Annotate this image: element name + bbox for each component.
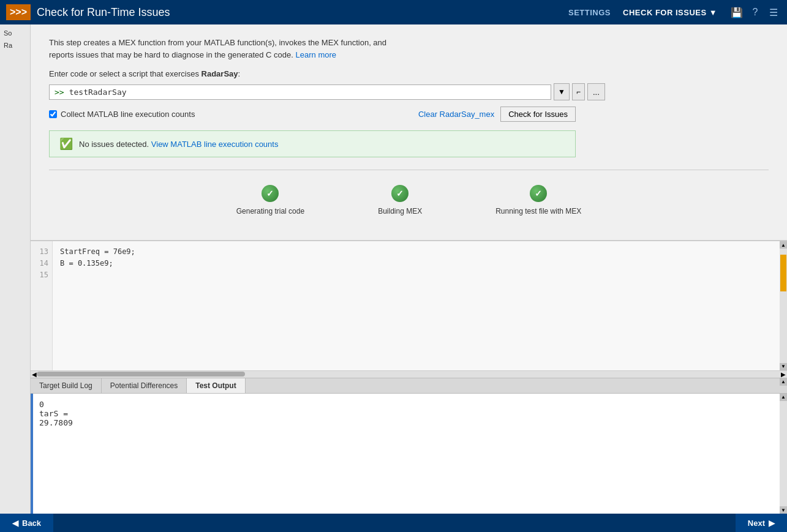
options-right: Clear RadarSay_mex Check for Issues	[418, 107, 576, 122]
editor-content: 13 14 15 StartFreq = 76e9; B = 0.135e9; …	[31, 241, 787, 370]
app-logo: >>>	[6, 4, 31, 20]
separator	[49, 170, 769, 170]
logo-arrows-text: >>>	[10, 7, 27, 18]
nav-check-arrow: ▼	[709, 8, 717, 17]
step-building: Building MEX	[378, 185, 422, 215]
output-line5: 29.7809	[39, 418, 774, 427]
ellipsis-btn[interactable]: ...	[587, 83, 605, 100]
right-scrollbar[interactable]: ▲ ▼	[780, 241, 787, 370]
function-name: RadarSay	[201, 69, 238, 78]
header-icons: 💾 ? ☰	[729, 5, 781, 20]
header-title: Check for Run-Time Issues	[37, 6, 170, 19]
output-area: 0 tarS = 29.7809	[31, 394, 780, 514]
main-layout: So Ra This step creates a MEX function f…	[0, 24, 787, 514]
code-input-wrapper: >>	[49, 84, 551, 100]
step1-label: Generating trial code	[236, 207, 304, 215]
tabs-output-area: Target Build Log Potential Differences T…	[31, 378, 787, 514]
output-scrollbar[interactable]: ▲ ▼	[780, 394, 787, 514]
step-generating: Generating trial code	[236, 185, 304, 215]
output-line1: 0	[39, 400, 774, 409]
logo-icon: >>>	[6, 4, 31, 20]
checkbox-label[interactable]: Collect MATLAB line execution counts	[49, 110, 195, 119]
code-line-15: B = 0.135e9;	[60, 258, 772, 269]
next-button[interactable]: Next ▶	[736, 514, 787, 532]
input-row: >> ▼ ⌐ ...	[49, 83, 769, 100]
clear-link[interactable]: Clear RadarSay_mex	[418, 110, 494, 119]
line-num-13: 13	[34, 246, 48, 258]
output-container: 0 tarS = 29.7809 ▲ ▼	[31, 394, 787, 514]
collect-counts-checkbox[interactable]	[49, 110, 57, 118]
step1-icon	[262, 185, 279, 202]
view-counts-link[interactable]: View MATLAB line execution counts	[151, 140, 279, 149]
options-row: Collect MATLAB line execution counts Cle…	[49, 107, 576, 122]
output-scrollbar-track	[780, 401, 787, 507]
nav-settings[interactable]: SETTINGS	[568, 8, 611, 17]
next-arrow-icon: ▶	[769, 519, 775, 528]
header-left: >>> Check for Run-Time Issues	[6, 4, 170, 20]
header-nav: SETTINGS CHECK FOR ISSUES ▼	[568, 8, 717, 17]
tab-scroll-up[interactable]: ▲	[780, 378, 787, 386]
scrollbar-track	[780, 249, 787, 363]
step3-icon	[530, 185, 547, 202]
dropdown-btn[interactable]: ▼	[554, 83, 570, 100]
sidebar: So Ra	[0, 24, 31, 514]
code-content[interactable]: StartFreq = 76e9; B = 0.135e9;	[53, 241, 780, 370]
header: >>> Check for Run-Time Issues SETTINGS C…	[0, 0, 787, 24]
header-right: SETTINGS CHECK FOR ISSUES ▼ 💾 ? ☰	[568, 5, 781, 20]
save-icon[interactable]: 💾	[729, 5, 744, 20]
scrollbar-thumb[interactable]	[780, 255, 786, 291]
step-running: Running test file with MEX	[495, 185, 581, 215]
code-prompt: >>	[55, 88, 64, 97]
step3-label: Running test file with MEX	[495, 207, 581, 215]
help-icon[interactable]: ?	[748, 5, 763, 20]
output-scroll-up[interactable]: ▲	[780, 394, 787, 401]
tabs-bar: Target Build Log Potential Differences T…	[31, 378, 787, 394]
content-area: This step creates a MEX function from yo…	[31, 24, 787, 514]
success-icon: ✅	[59, 137, 73, 151]
line-numbers: 13 14 15	[31, 241, 53, 370]
output-scroll-down[interactable]: ▼	[780, 506, 787, 514]
code-line-14: StartFreq = 76e9;	[60, 246, 772, 258]
enter-code-label: Enter code or select a script that exerc…	[49, 69, 769, 78]
output-line3: tarS =	[39, 409, 774, 418]
horizontal-scrollbar[interactable]: ◀ ▶	[31, 370, 787, 378]
tab-potential-differences[interactable]: Potential Differences	[102, 378, 187, 393]
scrollbar-down-arrow[interactable]: ▼	[780, 363, 787, 370]
expand-btn[interactable]: ⌐	[572, 83, 585, 100]
success-bar: ✅ No issues detected. View MATLAB line e…	[49, 130, 576, 157]
menu-icon[interactable]: ☰	[766, 5, 781, 20]
back-arrow-icon: ◀	[12, 519, 18, 528]
learn-more-link[interactable]: Learn more	[296, 50, 336, 59]
sidebar-item-ra[interactable]: Ra	[0, 39, 30, 51]
back-button[interactable]: ◀ Back	[0, 514, 53, 532]
tab-target-build-log[interactable]: Target Build Log	[31, 378, 102, 393]
step2-label: Building MEX	[378, 207, 422, 215]
nav-check-issues[interactable]: CHECK FOR ISSUES ▼	[623, 8, 717, 17]
scrollbar-up-arrow[interactable]: ▲	[780, 241, 787, 249]
steps-row: Generating trial code Building MEX Runni…	[49, 179, 769, 228]
description-text: This step creates a MEX function from yo…	[49, 37, 769, 61]
check-issues-button[interactable]: Check for Issues	[500, 107, 576, 122]
sidebar-item-so[interactable]: So	[0, 27, 30, 39]
editor-area: 13 14 15 StartFreq = 76e9; B = 0.135e9; …	[31, 241, 787, 378]
scroll-left-arrow[interactable]: ◀	[32, 371, 37, 378]
line-num-14: 14	[34, 258, 48, 269]
tab-test-output[interactable]: Test Output	[187, 378, 245, 393]
scrollbar-thumb-h[interactable]	[37, 372, 245, 377]
step2-icon	[391, 185, 409, 202]
scroll-right-arrow[interactable]: ▶	[781, 371, 786, 378]
success-text: No issues detected. View MATLAB line exe…	[79, 140, 278, 149]
tab-spacer	[246, 378, 780, 393]
back-label: Back	[22, 519, 41, 528]
bottom-bar: ◀ Back Next ▶	[0, 514, 787, 532]
line-num-15: 15	[34, 269, 48, 281]
code-input[interactable]	[69, 88, 546, 97]
next-label: Next	[748, 519, 765, 528]
main-panel: This step creates a MEX function from yo…	[31, 24, 787, 241]
